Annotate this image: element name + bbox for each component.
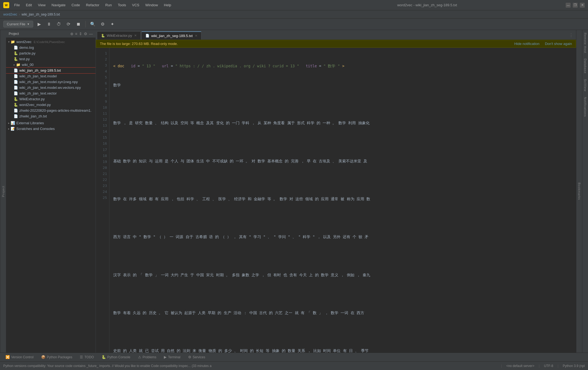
collapse-all-icon[interactable]: ≡ [75,32,77,36]
menu-refactor[interactable]: Refactor [83,2,102,8]
status-server[interactable]: <no default server> [506,364,534,368]
tab-wiki-jian-zh-seg[interactable]: 📄 wiki_jian_zh_seg-189.5.txt ✕ [141,31,201,40]
project-settings-icon[interactable]: ⚙ [84,32,87,36]
menu-vcs[interactable]: VCS [129,2,142,8]
tree-item-demo-log[interactable]: 📄 demo.log [6,45,96,50]
tree-item-wiki-zh-model-wv[interactable]: 📄 wiki_zh_jian_text.model.wv.vectors.npy [6,85,96,90]
nav-bar: word2vec › wiki_jian_zh_seg-189.5.txt [0,10,588,19]
tab-wikiextractor[interactable]: 🐍 WikiExtractor.py ✕ [97,31,141,40]
menu-window[interactable]: Window [143,2,161,8]
code-line-5 [113,139,572,145]
tree-item-scratches[interactable]: ▸ 📝 Scratches and Consoles [6,126,96,132]
run-button[interactable]: ▶ [35,20,43,28]
code-line-12: 汉字 表示 的 「 数学 」 一词 大约 产生 于 中国 宋元 时期 。 多指 … [113,272,572,278]
tree-item-test-py[interactable]: 🐍 test.py [6,56,96,62]
database-panel-label[interactable]: Database [582,56,588,76]
dont-show-again-link[interactable]: Don't show again [545,42,572,46]
tree-item-wiki-zh-vector[interactable]: 📄 wiki_zh_jian_text.vector [6,90,96,96]
tree-item-wiki-zh-model[interactable]: 📄 wiki_zh_jian_text.model [6,73,96,79]
settings-button[interactable]: ⚙ [99,20,106,28]
tab-python-console[interactable]: 🐍 Python Console [98,354,134,360]
project-panel-title: Project [9,32,19,36]
python-file-icon: 🐍 [14,51,18,55]
menu-edit[interactable]: Edit [23,2,35,8]
profile-button[interactable]: ⟳ [65,20,72,28]
tab-version-control[interactable]: 🔀 Version Control [2,354,37,360]
menu-run[interactable]: Run [103,2,115,8]
tree-item-external-libraries[interactable]: ▸ 📊 External Libraries [6,120,96,126]
debug-button[interactable]: ⏸ [45,20,53,28]
tabs-more-button[interactable]: ⋮ [566,31,576,40]
tree-item-zhwiki-pages[interactable]: 📄 zhwiki-20220820-pages-articles-multist… [6,108,96,113]
tab-python-packages[interactable]: 📦 Python Packages [38,354,75,360]
search-button[interactable]: 🔍 [89,20,97,28]
tab-terminal[interactable]: ▶ Terminal [161,354,183,360]
menu-view[interactable]: View [35,2,48,8]
breadcrumb-file[interactable]: wiki_jian_zh_seg-189.5.txt [22,13,60,16]
tab-wiki-close[interactable]: ✕ [195,34,197,38]
tab-wiki-label: wiki_jian_zh_seg-189.5.txt [151,34,192,38]
terminal-icon: ▶ [164,355,167,359]
menu-tools[interactable]: Tools [115,2,129,8]
notifications-panel-label[interactable]: Notifications [582,94,588,120]
hide-notification-link[interactable]: Hide notification [514,42,540,46]
remote-host-panel-label[interactable]: Remote Host [582,30,588,56]
line-numbers: 1 2 3 4 5 6 7 8 9 10 11 12 13 14 15 16 1… [96,48,109,353]
tree-item-wiki-00[interactable]: ▸ 📁 wiki_00 [6,62,96,68]
tab-services[interactable]: ⚙ Services [185,354,209,360]
menu-navigate[interactable]: Navigate [49,2,68,8]
tab-wikiextractor-close[interactable]: ✕ [134,34,137,37]
stop-button[interactable]: ⏹ [75,20,82,28]
root-folder-icon: 📁 [11,40,15,44]
tree-item-particle-py[interactable]: 🐍 particle.py [6,50,96,56]
file-icon: 📄 [14,74,18,78]
code-editor[interactable]: < doc id = " 13 " url = " https : / / zh… [109,48,576,353]
run-config-button[interactable]: Current File ▼ [3,21,33,28]
tree-item-word2vec-model[interactable]: 🐍 word2vec_model.py [6,102,96,108]
status-sep-3: | [558,364,558,368]
code-line-14: 数学 有着 久远 的 历史 。 它 被认为 起源于 人类 早期 的 生产 活动 … [113,310,572,316]
folder-arrow-icon: ▸ [14,63,15,66]
breadcrumb-word2vec[interactable]: word2vec [3,13,17,16]
tree-item-wiki-jian-zh-seg[interactable]: 📄 wiki_jian_zh_seg-189.5.txt [6,68,96,73]
tree-root-item[interactable]: ▾ 📁 word2vec E:\Code\NLP\word2vec [6,39,96,45]
tree-item-wikiextractor[interactable]: 🐍 WikiExtractor.py [6,96,96,102]
scratches-icon: 📝 [11,127,15,131]
coverage-button[interactable]: ⏱ [55,20,63,28]
add-content-icon[interactable]: ⊕ [70,32,74,36]
code-line-10: 西方 语言 中 " 数学 " （ ） 一 词源 自于 古希腊 语 的 （ ） ，… [113,234,572,240]
bookmarks-label-text: Bookmarks [578,183,581,200]
status-python[interactable]: Python 3.9 (npl [563,364,585,368]
project-tree: ▾ 📁 word2vec E:\Code\NLP\word2vec 📄 demo… [6,38,96,353]
tree-item-wiki-zh-model-syn1[interactable]: 📄 wiki_zh_jian_text.model.syn1neg.npy [6,79,96,85]
close-button[interactable]: ✕ [580,3,585,8]
project-close-icon[interactable]: — [89,32,93,36]
bookmarks-panel-label[interactable]: Bookmarks [576,30,582,353]
tab-problems[interactable]: ⚠ Problems [135,354,160,360]
tree-item-zhwiki-jian-zh[interactable]: 📄 zhwiki_jian_zh.txt [6,113,96,119]
tree-item-label: WikiExtractor.py [19,97,45,101]
project-panel-header: Project ⊕ ≡ ⇕ ⚙ — [6,30,96,38]
tree-item-label: Scratches and Consoles [16,127,55,131]
editor-tabs: 🐍 WikiExtractor.py ✕ 📄 wiki_jian_zh_seg-… [96,30,576,40]
tree-item-label: test.py [19,57,30,61]
minimize-button[interactable]: — [566,3,571,8]
sciview-panel-label[interactable]: SciView [582,76,588,94]
maximize-button[interactable]: ❐ [573,3,578,8]
tab-todo[interactable]: ☰ TODO [76,354,97,360]
status-server-label: <no default server> [506,364,534,368]
menu-help[interactable]: Help [161,2,174,8]
tree-item-label: wiki_zh_jian_text.model.wv.vectors.npy [19,86,81,90]
scratches-arrow-icon: ▸ [8,127,10,130]
version-control-icon: 🔀 [5,355,10,359]
status-notification-text[interactable]: Python versions compatibility: Your sour… [3,364,497,368]
expand-all-icon[interactable]: ⇕ [79,32,82,36]
menu-code[interactable]: Code [69,2,83,8]
status-encoding[interactable]: UTF-8 [544,364,553,368]
power-button[interactable]: ✦ [109,20,116,28]
python-console-icon: 🐍 [102,355,106,359]
tree-item-label: External Libraries [16,121,44,125]
sidebar-panel-label[interactable]: Project [0,30,6,353]
tree-item-label: demo.log [19,46,34,50]
menu-file[interactable]: File [11,2,23,8]
